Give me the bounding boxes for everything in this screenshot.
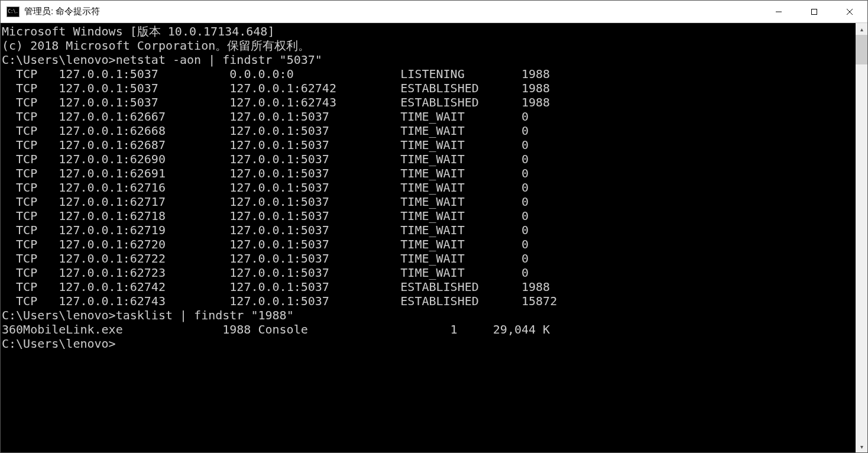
netstat-state: TIME_WAIT [400, 124, 522, 138]
window-title: 管理员: 命令提示符 [24, 6, 100, 17]
netstat-pid: 1988 [522, 280, 550, 294]
netstat-pid: 1988 [522, 95, 550, 109]
netstat-local: 127.0.0.1:62690 [59, 152, 229, 166]
netstat-foreign: 127.0.0.1:5037 [229, 166, 400, 180]
netstat-foreign: 127.0.0.1:5037 [229, 223, 400, 237]
netstat-proto: TCP [2, 223, 59, 237]
netstat-proto: TCP [2, 138, 59, 152]
netstat-row: TCP127.0.0.1:62719127.0.0.1:5037TIME_WAI… [2, 223, 854, 237]
minimize-button[interactable] [761, 1, 796, 22]
netstat-local: 127.0.0.1:62720 [59, 237, 229, 251]
netstat-row: TCP127.0.0.1:62687127.0.0.1:5037TIME_WAI… [2, 138, 854, 152]
netstat-row: TCP127.0.0.1:62723127.0.0.1:5037TIME_WAI… [2, 266, 854, 280]
tasklist-name: 360MobileLink.exe [2, 322, 215, 336]
netstat-pid: 0 [522, 138, 529, 152]
netstat-state: TIME_WAIT [400, 209, 522, 223]
netstat-state: TIME_WAIT [400, 223, 522, 237]
scrollbar-thumb[interactable] [856, 35, 867, 64]
netstat-foreign: 127.0.0.1:5037 [229, 237, 400, 251]
netstat-row: TCP127.0.0.1:62667127.0.0.1:5037TIME_WAI… [2, 109, 854, 124]
netstat-foreign: 127.0.0.1:5037 [229, 109, 400, 124]
netstat-proto: TCP [2, 294, 59, 308]
command-text: netstat -aon | findstr "5037" [116, 53, 322, 67]
netstat-state: TIME_WAIT [400, 251, 522, 266]
netstat-foreign: 127.0.0.1:5037 [229, 180, 400, 195]
netstat-proto: TCP [2, 251, 59, 266]
netstat-foreign: 0.0.0.0:0 [229, 67, 400, 81]
tasklist-session: Console [251, 322, 372, 336]
netstat-foreign: 127.0.0.1:5037 [229, 124, 400, 138]
netstat-proto: TCP [2, 195, 59, 209]
netstat-local: 127.0.0.1:62691 [59, 166, 229, 180]
netstat-pid: 1988 [522, 67, 550, 81]
terminal-output[interactable]: Microsoft Windows [版本 10.0.17134.648](c)… [1, 23, 856, 452]
netstat-local: 127.0.0.1:62719 [59, 223, 229, 237]
netstat-proto: TCP [2, 81, 59, 95]
netstat-row: TCP127.0.0.1:62718127.0.0.1:5037TIME_WAI… [2, 209, 854, 223]
netstat-foreign: 127.0.0.1:62742 [229, 81, 400, 95]
prompt-path: C:\Users\lenovo> [2, 308, 116, 322]
netstat-local: 127.0.0.1:62718 [59, 209, 229, 223]
prompt-path: C:\Users\lenovo> [2, 53, 116, 67]
netstat-state: TIME_WAIT [400, 152, 522, 166]
terminal-area: Microsoft Windows [版本 10.0.17134.648](c)… [1, 23, 867, 452]
netstat-row: TCP127.0.0.1:62720127.0.0.1:5037TIME_WAI… [2, 237, 854, 251]
prompt-path: C:\Users\lenovo> [2, 336, 116, 351]
netstat-foreign: 127.0.0.1:5037 [229, 280, 400, 294]
netstat-local: 127.0.0.1:62722 [59, 251, 229, 266]
netstat-state: TIME_WAIT [400, 180, 522, 195]
netstat-state: ESTABLISHED [400, 294, 522, 308]
tasklist-session-num: 1 [372, 322, 457, 336]
netstat-local: 127.0.0.1:62723 [59, 266, 229, 280]
netstat-local: 127.0.0.1:62717 [59, 195, 229, 209]
netstat-proto: TCP [2, 95, 59, 109]
netstat-row: TCP127.0.0.1:50370.0.0.0:0LISTENING1988 [2, 67, 854, 81]
scrollbar-down-button[interactable]: ▾ [856, 441, 867, 452]
netstat-state: LISTENING [400, 67, 522, 81]
netstat-foreign: 127.0.0.1:5037 [229, 209, 400, 223]
close-button[interactable] [832, 1, 867, 22]
prompt-line: C:\Users\lenovo>netstat -aon | findstr "… [2, 53, 854, 67]
netstat-state: TIME_WAIT [400, 195, 522, 209]
tasklist-mem: 29,044 K [458, 322, 550, 336]
netstat-state: ESTABLISHED [400, 280, 522, 294]
window-controls [761, 1, 867, 22]
netstat-foreign: 127.0.0.1:5037 [229, 152, 400, 166]
netstat-proto: TCP [2, 124, 59, 138]
netstat-foreign: 127.0.0.1:5037 [229, 138, 400, 152]
netstat-pid: 0 [522, 251, 529, 266]
netstat-local: 127.0.0.1:62743 [59, 294, 229, 308]
netstat-proto: TCP [2, 109, 59, 124]
vertical-scrollbar[interactable]: ▴ ▾ [856, 23, 867, 452]
netstat-pid: 15872 [522, 294, 557, 308]
banner-line: (c) 2018 Microsoft Corporation。保留所有权利。 [2, 38, 854, 53]
netstat-pid: 0 [522, 109, 529, 124]
titlebar[interactable]: C:\. 管理员: 命令提示符 [1, 1, 867, 23]
cmd-icon: C:\. [7, 7, 20, 17]
title-left: C:\. 管理员: 命令提示符 [1, 6, 761, 17]
netstat-row: TCP127.0.0.1:62716127.0.0.1:5037TIME_WAI… [2, 180, 854, 195]
netstat-proto: TCP [2, 67, 59, 81]
netstat-proto: TCP [2, 266, 59, 280]
scrollbar-up-button[interactable]: ▴ [856, 23, 867, 35]
netstat-pid: 0 [522, 223, 529, 237]
scrollbar-track[interactable] [856, 35, 867, 441]
netstat-local: 127.0.0.1:62668 [59, 124, 229, 138]
netstat-row: TCP127.0.0.1:62722127.0.0.1:5037TIME_WAI… [2, 251, 854, 266]
netstat-local: 127.0.0.1:5037 [59, 67, 229, 81]
netstat-state: TIME_WAIT [400, 109, 522, 124]
netstat-pid: 0 [522, 124, 529, 138]
netstat-state: TIME_WAIT [400, 266, 522, 280]
tasklist-pid: 1988 [215, 322, 251, 336]
netstat-foreign: 127.0.0.1:5037 [229, 251, 400, 266]
netstat-foreign: 127.0.0.1:5037 [229, 195, 400, 209]
netstat-row: TCP127.0.0.1:5037127.0.0.1:62742ESTABLIS… [2, 81, 854, 95]
netstat-local: 127.0.0.1:5037 [59, 95, 229, 109]
netstat-pid: 0 [522, 152, 529, 166]
netstat-pid: 0 [522, 209, 529, 223]
netstat-row: TCP127.0.0.1:62743127.0.0.1:5037ESTABLIS… [2, 294, 854, 308]
netstat-proto: TCP [2, 152, 59, 166]
maximize-button[interactable] [796, 1, 832, 22]
netstat-local: 127.0.0.1:62716 [59, 180, 229, 195]
netstat-local: 127.0.0.1:62667 [59, 109, 229, 124]
